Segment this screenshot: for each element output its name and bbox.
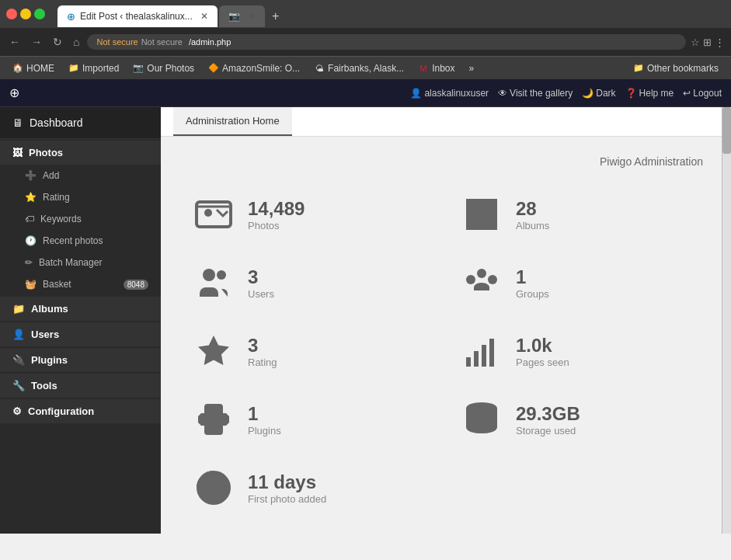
tab-piwigo[interactable]: 📷 ✕ [219, 5, 265, 27]
stat-storage: 29.3GB Storage used [441, 385, 709, 454]
bookmark-fairbanks[interactable]: 🌤 Fairbanks, Alask... [308, 61, 410, 75]
albums-stat-icon [460, 193, 503, 236]
stat-pages: 1.0k Pages seen [441, 317, 709, 385]
bookmark-imported[interactable]: 📁 Imported [62, 61, 125, 75]
logout-link[interactable]: ↩ Logout [683, 88, 722, 99]
bookmark-amazon[interactable]: 🔶 AmazonSmile: O... [202, 61, 306, 75]
tab-piwigo-close-icon[interactable]: ✕ [248, 11, 256, 22]
reload-button[interactable]: ↻ [50, 34, 65, 50]
configuration-section-label: Configuration [28, 405, 94, 417]
users-stat-label: Users [248, 288, 274, 300]
svg-rect-3 [468, 200, 480, 213]
bookmark-our-photos[interactable]: 📷 Our Photos [127, 61, 200, 75]
sidebar-users-header[interactable]: 👤 Users [0, 322, 161, 346]
content-area: Administration Home Piwigo Administratio… [161, 107, 722, 534]
menu-icon[interactable]: ⋮ [715, 37, 725, 48]
user-label: alaskalinuxuser [424, 88, 489, 99]
photos-section-label: Photos [29, 147, 63, 158]
sidebar-item-basket[interactable]: 🧺 Basket 8048 [0, 273, 161, 295]
stats-grid: 14,489 Photos [173, 168, 709, 534]
tab-administration-home[interactable]: Administration Home [173, 107, 292, 136]
sidebar-plugins-header[interactable]: 🔌 Plugins [0, 348, 161, 372]
fairbanks-bookmark-icon: 🌤 [314, 63, 325, 74]
svg-point-10 [466, 275, 475, 284]
extensions-icon[interactable]: ⊞ [703, 37, 712, 48]
svg-rect-5 [468, 216, 480, 228]
svg-rect-16 [489, 339, 494, 367]
sidebar-item-rating[interactable]: ⭐ Rating [0, 186, 161, 208]
albums-section-icon: 📁 [12, 303, 25, 315]
albums-section-label: Albums [31, 303, 68, 315]
pages-stat-icon [460, 329, 503, 373]
bookmark-inbox-label: Inbox [432, 63, 454, 74]
not-secure-text: Not secure [141, 37, 183, 47]
user-link[interactable]: 👤 alaskalinuxuser [410, 88, 489, 99]
sidebar-photos-header[interactable]: 🖼 Photos [0, 141, 161, 165]
bookmark-inbox[interactable]: M Inbox [412, 61, 461, 75]
maximize-button[interactable] [34, 9, 45, 19]
logout-label: Logout [693, 88, 722, 99]
help-link[interactable]: ❓ Help me [625, 88, 674, 99]
bookmark-other[interactable]: 📁 Other bookmarks [627, 61, 725, 75]
recent-photos-icon: 🕐 [25, 235, 37, 246]
storage-stat-icon [460, 398, 503, 441]
dashboard-label: Dashboard [30, 117, 83, 129]
sidebar-item-recent-photos[interactable]: 🕐 Recent photos [0, 230, 161, 252]
basket-icon: 🧺 [25, 279, 37, 290]
time-stat-icon [192, 466, 235, 510]
new-tab-button[interactable]: + [265, 5, 287, 27]
visit-gallery-link[interactable]: 👁 Visit the gallery [498, 88, 573, 99]
visit-gallery-label: Visit the gallery [510, 88, 573, 99]
svg-rect-4 [483, 200, 496, 213]
sidebar-albums-header[interactable]: 📁 Albums [0, 297, 161, 321]
scrollbar-thumb[interactable] [722, 107, 731, 154]
pages-stat-value: 1.0k [516, 335, 569, 357]
dashboard-icon: 🖥 [12, 117, 23, 129]
sidebar: 🖥 Dashboard 🖼 Photos ➕ Add ⭐ Rating [0, 107, 161, 534]
bookmark-more[interactable]: » [463, 61, 481, 75]
content-inner: Piwigo Administration [161, 137, 722, 534]
sidebar-configuration-header[interactable]: ⚙ Configuration [0, 399, 161, 423]
sidebar-item-add[interactable]: ➕ Add [0, 165, 161, 186]
bookmark-amazon-label: AmazonSmile: O... [222, 63, 300, 74]
sidebar-item-keywords[interactable]: 🏷 Keywords [0, 208, 161, 230]
svg-point-11 [488, 275, 497, 284]
home-button[interactable]: ⌂ [70, 34, 82, 50]
tools-section-icon: 🔧 [12, 380, 25, 391]
piwigo-title: Piwigo Administration [173, 149, 709, 168]
address-bar[interactable]: Not secure Not secure /admin.php [87, 34, 686, 50]
basket-badge: 8048 [124, 280, 148, 290]
close-button[interactable] [6, 9, 17, 19]
sidebar-section-albums: 📁 Albums [0, 297, 161, 321]
time-stat-value: 11 days [248, 471, 326, 493]
users-stat-value: 3 [248, 266, 274, 288]
keywords-icon: 🏷 [25, 214, 34, 224]
users-stat-icon [192, 261, 235, 304]
tab-close-icon[interactable]: ✕ [200, 11, 208, 22]
dark-label: Dark [596, 88, 615, 99]
dark-mode-link[interactable]: 🌙 Dark [582, 88, 615, 99]
bookmarks-bar: 🏠 HOME 📁 Imported 📷 Our Photos 🔶 AmazonS… [0, 56, 731, 79]
users-section-icon: 👤 [12, 329, 25, 340]
more-bookmarks-icon: » [469, 63, 475, 74]
sidebar-section-tools: 🔧 Tools [0, 374, 161, 398]
sidebar-item-batch-manager[interactable]: ✏ Batch Manager [0, 252, 161, 273]
sidebar-dashboard[interactable]: 🖥 Dashboard [0, 107, 161, 139]
piwigo-tab-icon: 📷 [228, 11, 240, 22]
rating-stat-label: Rating [248, 357, 277, 368]
scrollbar[interactable] [722, 107, 731, 534]
forward-button[interactable]: → [28, 34, 45, 50]
svg-point-8 [217, 270, 226, 280]
sidebar-tools-header[interactable]: 🔧 Tools [0, 374, 161, 398]
minimize-button[interactable] [20, 9, 31, 19]
rating-stat-value: 3 [248, 335, 277, 357]
back-button[interactable]: ← [6, 34, 23, 50]
other-bookmarks-icon: 📁 [633, 63, 644, 74]
rating-stat-icon [192, 329, 235, 373]
plugins-stat-icon [192, 398, 235, 441]
tab-edit-post[interactable]: ⊕ Edit Post ‹ thealaskalinux... ✕ [57, 5, 218, 27]
bookmark-home[interactable]: 🏠 HOME [6, 61, 61, 75]
groups-stat-icon [460, 261, 503, 304]
bookmark-icon[interactable]: ☆ [691, 37, 700, 48]
photos-stat-icon [192, 193, 235, 236]
